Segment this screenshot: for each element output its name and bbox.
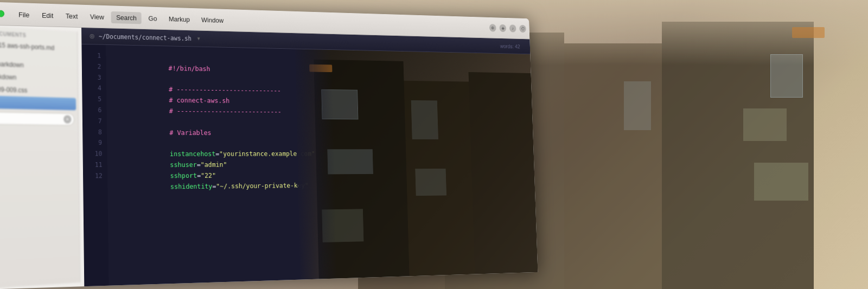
code-val-9: "yourinstance.example.com" — [219, 150, 315, 157]
line-num-5: 5 — [82, 94, 106, 106]
code-line-9: instancehost="yourinstance.example.com" — [115, 138, 527, 149]
monitor: File Edit Text View Search Go Markup Win… — [0, 1, 538, 289]
app-body: Open Documents 2020-12-15 aws-ssh-ports.… — [0, 25, 538, 289]
code-content[interactable]: #!/bin/bash # --------------------------… — [106, 45, 538, 286]
line-numbers: 1 2 3 4 5 6 7 8 9 10 11 12 — [81, 44, 108, 286]
code-var-12-key: sshidentity — [170, 182, 213, 190]
code-comment-4: # connect-aws.sh — [169, 97, 229, 105]
line-num-1: 1 — [82, 50, 106, 62]
code-var-9-key: instancehost — [170, 150, 215, 158]
code-editor[interactable]: 1 2 3 4 5 6 7 8 9 10 11 12 — [81, 44, 538, 286]
sidebar-item-name-1: caption markdown — [0, 59, 72, 70]
line-num-11: 11 — [83, 160, 107, 171]
system-icon-wifi[interactable]: ⊕ — [489, 24, 496, 31]
code-comment-3: # ---------------------------- — [169, 86, 281, 95]
search-container: ✕ — [0, 108, 78, 129]
code-comment-5: # ---------------------------- — [169, 107, 282, 115]
line-num-12: 12 — [83, 171, 107, 182]
menu-edit[interactable]: Edit — [37, 9, 59, 21]
code-val-12: "~/.ssh/your-private-key" — [216, 181, 309, 190]
code-val-11: "22" — [201, 171, 216, 179]
code-comment-7: # Variables — [169, 129, 211, 136]
mac-window: File Edit Text View Search Go Markup Win… — [0, 1, 538, 289]
menu-view[interactable]: View — [85, 10, 109, 23]
line-num-9: 9 — [82, 138, 107, 149]
line-num-6: 6 — [82, 105, 107, 116]
editor-area: ◎ ~/Documents/connect-aws.sh ▾ words: 42… — [81, 28, 538, 286]
sidebar-item-name-2: draft markdown — [0, 72, 72, 83]
menu-window[interactable]: Window — [196, 14, 228, 26]
system-icon-bt[interactable]: ◈ — [499, 24, 506, 32]
sidebar-item-name-3: mwin-u009-009.css — [0, 85, 72, 95]
menu-markup[interactable]: Markup — [164, 12, 195, 25]
menu-file[interactable]: File — [13, 8, 34, 21]
sidebar-item-selected[interactable] — [0, 95, 76, 110]
path-icon: ◎ — [90, 33, 94, 40]
system-icon-clock[interactable]: ⏱ — [519, 25, 526, 33]
line-num-4: 4 — [82, 84, 106, 95]
path-text: ~/Documents/connect-aws.sh — [99, 33, 192, 42]
sidebar: Open Documents 2020-12-15 aws-ssh-ports.… — [0, 25, 80, 289]
line-num-2: 2 — [82, 61, 106, 73]
search-clear-button[interactable]: ✕ — [63, 115, 71, 123]
code-var-11-key: sshport — [170, 171, 197, 179]
system-icon-sound[interactable]: ♪ — [509, 24, 516, 32]
menu-go[interactable]: Go — [143, 12, 162, 24]
line-num-3: 3 — [82, 73, 106, 84]
word-count: words: 42 — [500, 43, 520, 49]
code-val-10: "admin" — [201, 160, 227, 168]
line-num-8: 8 — [82, 127, 107, 138]
maximize-button[interactable] — [0, 10, 4, 17]
code-shebang: #!/bin/bash — [168, 64, 210, 72]
menu-search[interactable]: Search — [111, 11, 142, 23]
traffic-lights — [0, 9, 4, 17]
menu-text[interactable]: Text — [61, 10, 83, 22]
line-num-7: 7 — [82, 116, 107, 127]
line-num-10: 10 — [83, 149, 107, 160]
editor-controls: words: 42 — [500, 43, 524, 49]
path-chevron: ▾ — [197, 35, 200, 42]
code-var-10-key: sshuser — [170, 160, 197, 169]
